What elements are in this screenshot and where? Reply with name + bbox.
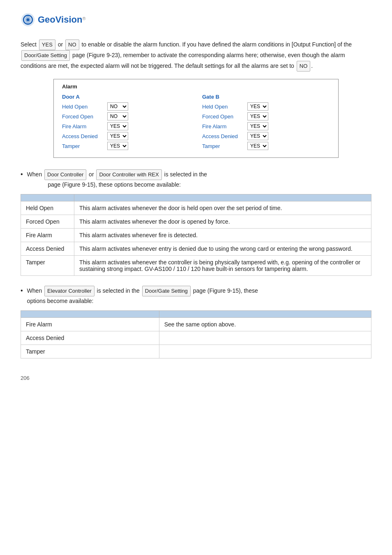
term-access-denied: Access Denied: [21, 242, 74, 256]
access-denied-label-b: Access Denied: [202, 133, 247, 139]
desc-access-denied: This alarm activates whenever entry is d…: [74, 242, 371, 256]
desc-fire-alarm: This alarm activates whenever fire is de…: [74, 229, 371, 242]
door-a-header: Door A: [62, 94, 190, 100]
access-denied-label-a: Access Denied: [62, 133, 107, 139]
gate-b-header: Gate B: [202, 94, 330, 100]
bullet-line-1: • When Door Controller or Door Controlle…: [21, 169, 371, 190]
fire-alarm-label-a: Fire Alarm: [62, 123, 107, 130]
table-row: Access Denied: [21, 331, 371, 345]
table-row: Access Denied This alarm activates whene…: [21, 242, 371, 256]
tamper-select-b[interactable]: YESNO: [247, 142, 268, 150]
tamper-select-a[interactable]: YESNO: [107, 142, 128, 150]
bullet-dot-1: •: [21, 169, 23, 179]
table-col2-header: [74, 194, 371, 201]
alarm-box: Alarm Door A Held Open NOYES Forced Open…: [53, 79, 339, 158]
term-held-open: Held Open: [21, 201, 74, 215]
fire-alarm-label-b: Fire Alarm: [202, 123, 247, 130]
desc-tamper-2: [159, 345, 371, 358]
svg-point-2: [26, 18, 29, 21]
alarm-row: Tamper YESNO: [62, 142, 190, 150]
door-gate-setting-ref: Door/Gate Setting: [21, 50, 70, 61]
fire-alarm-select-b[interactable]: YESNO: [247, 122, 268, 130]
forced-open-select-b[interactable]: YESNO: [247, 112, 268, 120]
default-value: NO: [297, 61, 311, 72]
bullet-line-2: • When Elevator Controller is selected i…: [21, 286, 371, 306]
bullet-text-2: When Elevator Controller is selected in …: [27, 286, 258, 306]
door-a-column: Door A Held Open NOYES Forced Open NOYES…: [62, 94, 190, 152]
alarm-row: Fire Alarm YESNO: [62, 122, 190, 130]
alarm-row: Access Denied YESNO: [202, 132, 330, 140]
desc-tamper: This alarm activates whenever the contro…: [74, 256, 371, 276]
alarm-row: Forced Open NOYES: [62, 112, 190, 120]
yes-option: YES: [39, 39, 55, 50]
table-col2-header-2: [159, 311, 371, 318]
door-controller-ref2: Door Controller with REX: [96, 169, 161, 180]
bullet-text-1: When Door Controller or Door Controller …: [27, 169, 207, 190]
term-tamper-2: Tamper: [21, 345, 159, 358]
forced-open-label-b: Forced Open: [202, 113, 247, 120]
table-row: Tamper This alarm activates whenever the…: [21, 256, 371, 276]
desc-access-denied-2: [159, 331, 371, 345]
alarm-row: Forced Open YESNO: [202, 112, 330, 120]
intro-paragraph: Select YES or NO to enable or disable th…: [21, 39, 371, 72]
table-row: Forced Open This alarm activates wheneve…: [21, 215, 371, 229]
held-open-label-b: Held Open: [202, 104, 247, 110]
alarm-options-table-2: Fire Alarm See the same option above. Ac…: [21, 310, 371, 358]
held-open-select-b[interactable]: YESNO: [247, 102, 268, 111]
table-row: Fire Alarm See the same option above.: [21, 318, 371, 331]
alarm-row: Fire Alarm YESNO: [202, 122, 330, 130]
desc-fire-alarm-2: See the same option above.: [159, 318, 371, 331]
alarm-row: Tamper YESNO: [202, 142, 330, 150]
table-row: Tamper: [21, 345, 371, 358]
access-denied-select-b[interactable]: YESNO: [247, 132, 268, 140]
forced-open-label-a: Forced Open: [62, 113, 107, 120]
alarm-options-table-1: Held Open This alarm activates whenever …: [21, 194, 371, 276]
fire-alarm-select-a[interactable]: YESNO: [107, 122, 128, 130]
logo-text: GeoVision®: [38, 14, 86, 25]
term-fire-alarm-2: Fire Alarm: [21, 318, 159, 331]
alarm-row: Access Denied YESNO: [62, 132, 190, 140]
table-col1-header: [21, 194, 74, 201]
elevator-ref: Elevator Controller: [44, 286, 95, 296]
tamper-label-b: Tamper: [202, 143, 247, 149]
held-open-select-a[interactable]: NOYES: [107, 102, 128, 111]
alarm-box-title: Alarm: [62, 83, 330, 90]
bullet-section-1: • When Door Controller or Door Controlle…: [21, 169, 371, 276]
term-fire-alarm: Fire Alarm: [21, 229, 74, 242]
door-controller-ref: Door Controller: [44, 169, 86, 180]
no-option: NO: [65, 39, 79, 50]
page-number: 206: [21, 375, 371, 381]
logo-area: GeoVision®: [21, 12, 371, 27]
table-col1-header-2: [21, 311, 159, 318]
gate-b-column: Gate B Held Open YESNO Forced Open YESNO…: [202, 94, 330, 152]
desc-forced-open: This alarm activates whenever the door i…: [74, 215, 371, 229]
alarm-row: Held Open NOYES: [62, 102, 190, 111]
geovision-logo-icon: [21, 12, 35, 27]
desc-held-open: This alarm activates whenever the door i…: [74, 201, 371, 215]
table-row: Held Open This alarm activates whenever …: [21, 201, 371, 215]
forced-open-select-a[interactable]: NOYES: [107, 112, 128, 120]
table-row: Fire Alarm This alarm activates whenever…: [21, 229, 371, 242]
term-forced-open: Forced Open: [21, 215, 74, 229]
bullet-dot-2: •: [21, 286, 23, 296]
term-tamper: Tamper: [21, 256, 74, 276]
term-access-denied-2: Access Denied: [21, 331, 159, 345]
door-gate-ref2: Door/Gate Setting: [142, 286, 191, 296]
alarm-row: Held Open YESNO: [202, 102, 330, 111]
access-denied-select-a[interactable]: YESNO: [107, 132, 128, 140]
bullet-section-2: • When Elevator Controller is selected i…: [21, 286, 371, 358]
held-open-label-a: Held Open: [62, 104, 107, 110]
tamper-label-a: Tamper: [62, 143, 107, 149]
